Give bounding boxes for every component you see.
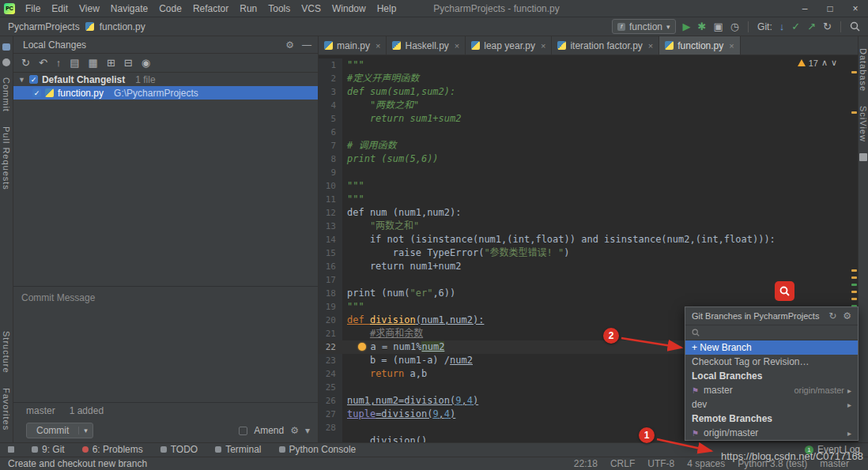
close-tab-icon[interactable]: ×: [648, 41, 653, 51]
expand-icon[interactable]: ▾: [305, 425, 310, 436]
tab-leap-year.py[interactable]: leap year.py×: [466, 36, 552, 55]
changelist-row[interactable]: ▼ ✓ Default Changelist 1 file: [13, 73, 318, 86]
close-tab-icon[interactable]: ×: [541, 41, 545, 51]
commit-options-icon[interactable]: ▾: [78, 427, 92, 434]
stripe-button-favorites[interactable]: Favorites: [2, 388, 11, 431]
status-tool-git[interactable]: 9: Git: [32, 444, 65, 455]
menu-vcs[interactable]: VCS: [296, 3, 326, 14]
menu-view[interactable]: View: [74, 3, 105, 14]
status-info-item[interactable]: 4 spaces: [687, 458, 725, 469]
gear-icon[interactable]: ⚙: [285, 39, 294, 51]
code-line[interactable]: 10""": [319, 179, 858, 193]
inspection-widget[interactable]: 17 ∧ ∨: [798, 58, 837, 68]
code-line[interactable]: 8print (sum(5,6)): [319, 152, 858, 166]
menu-tools[interactable]: Tools: [262, 3, 296, 14]
stripe-button-sciview[interactable]: SciView: [859, 106, 868, 142]
project-tool-icon[interactable]: [2, 43, 10, 51]
branch-action--new-branch[interactable]: + New Branch: [685, 340, 858, 355]
status-info-item[interactable]: UTF-8: [647, 458, 674, 469]
menu-navigate[interactable]: Navigate: [105, 3, 153, 14]
code-line[interactable]: 4 "两数之和": [319, 99, 858, 112]
breadcrumb-project[interactable]: PycharmProjects: [8, 21, 80, 32]
code-line[interactable]: 6: [319, 126, 858, 139]
coverage-icon[interactable]: ▣: [713, 21, 723, 32]
tab-function.py[interactable]: function.py×: [659, 36, 740, 55]
changelist-checkbox[interactable]: ✓: [29, 75, 38, 84]
menu-window[interactable]: Window: [326, 3, 372, 14]
stripe-button-structure[interactable]: Structure: [2, 331, 11, 374]
code-line[interactable]: 12def num (num1,num2):: [319, 206, 858, 220]
gear-icon[interactable]: ⚙: [290, 425, 299, 436]
minimize-button[interactable]: –: [792, 0, 817, 17]
branch-item-origin-master[interactable]: ⚑origin/master▸: [685, 426, 858, 440]
git-push-icon[interactable]: ↗: [807, 21, 816, 32]
status-tool-terminal[interactable]: Terminal: [215, 444, 261, 455]
rollback-icon[interactable]: ↶: [39, 58, 47, 68]
code-line[interactable]: 9: [319, 166, 858, 179]
refresh-icon[interactable]: ↻: [21, 58, 30, 68]
amend-checkbox[interactable]: [239, 427, 247, 435]
code-line[interactable]: 1""": [319, 58, 858, 72]
stripe-button-database[interactable]: Database: [859, 48, 868, 92]
collapse-all-icon[interactable]: ⊟: [124, 58, 133, 68]
gear-icon[interactable]: ⚙: [843, 310, 851, 321]
close-tab-icon[interactable]: ×: [729, 41, 734, 51]
branch-action-checkout-tag-or-revision-[interactable]: Checkout Tag or Revision…: [685, 355, 858, 369]
stripe-button-commit[interactable]: Commit: [2, 77, 11, 112]
git-commit-icon[interactable]: ✓: [791, 21, 800, 32]
tab-iteration-factor.py[interactable]: iteration factor.py×: [552, 36, 659, 55]
code-line[interactable]: 5 return sum1+sum2: [319, 112, 858, 126]
menu-run[interactable]: Run: [234, 3, 262, 14]
next-warning-icon[interactable]: ∨: [831, 58, 837, 68]
code-line[interactable]: 2#定义开声明函数: [319, 72, 858, 85]
close-tab-icon[interactable]: ×: [455, 41, 459, 51]
prev-warning-icon[interactable]: ∧: [821, 58, 828, 68]
maximize-button[interactable]: □: [817, 0, 843, 17]
expand-all-icon[interactable]: ⊞: [107, 58, 115, 68]
close-button[interactable]: ×: [843, 0, 868, 17]
file-checkbox[interactable]: ✓: [32, 88, 41, 97]
sciview-icon[interactable]: [859, 153, 867, 161]
close-tab-icon[interactable]: ×: [376, 41, 380, 51]
code-line[interactable]: 3def sum(sum1,sum2):: [319, 85, 858, 99]
preview-diff-icon[interactable]: ◉: [142, 58, 150, 68]
code-line[interactable]: 15 raise TypeError("参数类型错误! "): [319, 246, 858, 260]
hide-panel-icon[interactable]: —: [302, 39, 311, 51]
stripe-button-pull-requests[interactable]: Pull Requests: [2, 126, 11, 190]
branch-search-input[interactable]: [685, 325, 858, 340]
commit-tool-icon[interactable]: [2, 58, 10, 66]
status-info-item[interactable]: 22:18: [574, 458, 598, 469]
debug-icon[interactable]: ✱: [698, 21, 707, 32]
branch-item-dev[interactable]: dev▸: [685, 397, 858, 412]
tab-main.py[interactable]: main.py×: [319, 36, 387, 55]
menu-refactor[interactable]: Refactor: [187, 3, 234, 14]
changed-file-row[interactable]: ✓ function.py G:\PycharmProjects: [13, 86, 318, 100]
intention-bulb-icon[interactable]: [358, 343, 366, 351]
code-line[interactable]: 14 if not (isinstance(num1,(int,float)) …: [319, 233, 858, 246]
status-tool-problems[interactable]: 6: Problems: [82, 444, 143, 455]
breadcrumb-file[interactable]: function.py: [100, 21, 145, 32]
history-icon[interactable]: ↻: [823, 21, 832, 32]
code-line[interactable]: 13 "两数之和": [319, 220, 858, 233]
menu-file[interactable]: File: [20, 3, 46, 14]
commit-button[interactable]: Commit ▾: [26, 423, 93, 438]
chevron-expanded-icon[interactable]: ▼: [18, 76, 25, 84]
status-info-item[interactable]: CRLF: [610, 458, 635, 469]
tool-windows-icon[interactable]: [8, 446, 14, 453]
git-update-icon[interactable]: ↓: [779, 21, 785, 32]
code-line[interactable]: 7# 调用函数: [319, 139, 858, 152]
code-line[interactable]: 11""": [319, 193, 858, 206]
refresh-icon[interactable]: ↻: [828, 310, 836, 321]
run-configuration-select[interactable]: f function ▾: [612, 19, 676, 34]
search-everywhere-icon[interactable]: [850, 21, 860, 32]
tab-local-changes[interactable]: Local Changes: [23, 39, 86, 51]
commit-arrow-icon[interactable]: ↑: [56, 58, 62, 68]
menu-code[interactable]: Code: [153, 3, 187, 14]
profiler-icon[interactable]: ◷: [730, 21, 739, 32]
status-tool-python-console[interactable]: Python Console: [279, 444, 357, 455]
code-line[interactable]: 16 return num1+num2: [319, 260, 858, 273]
menu-help[interactable]: Help: [372, 3, 402, 14]
menu-edit[interactable]: Edit: [46, 3, 74, 14]
run-icon[interactable]: ▶: [683, 21, 691, 32]
group-by-icon[interactable]: ▦: [89, 58, 98, 68]
